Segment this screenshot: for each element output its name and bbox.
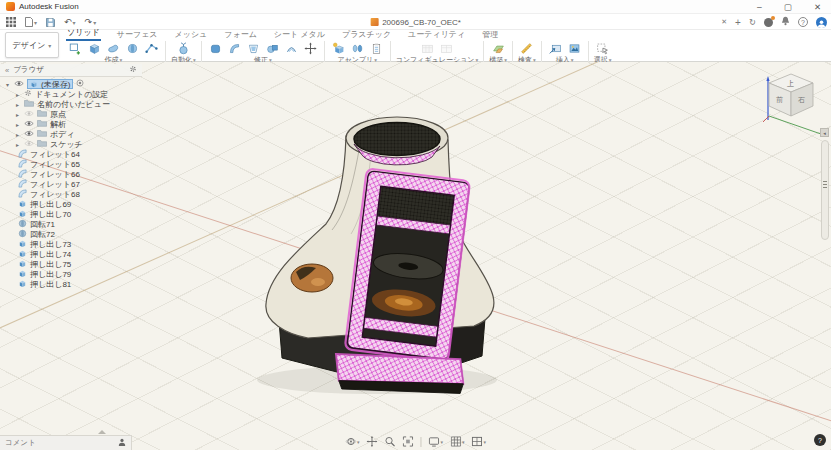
tab-sheetmetal[interactable]: シート メタル — [273, 29, 326, 41]
extensions-icon[interactable] — [764, 18, 773, 27]
fillet-icon[interactable] — [226, 41, 243, 55]
expander-icon[interactable]: ▸ — [14, 131, 21, 138]
expander-icon[interactable]: ▸ — [14, 91, 21, 98]
rigid-group-icon[interactable] — [368, 41, 385, 55]
viewports-icon[interactable]: ▾ — [472, 436, 487, 447]
file-menu-icon[interactable]: ▾ — [25, 17, 37, 27]
activate-component-radio-icon[interactable] — [76, 79, 84, 89]
tree-feature-extrude[interactable]: 押し出し74 — [0, 249, 142, 259]
expander-icon[interactable]: ▸ — [14, 141, 21, 148]
panel-collapse-handle[interactable]: ◂ — [820, 128, 829, 137]
tab-solid[interactable]: ソリッド — [66, 27, 101, 41]
comments-bar[interactable]: コメント — [0, 435, 132, 450]
new-component-icon[interactable] — [330, 41, 347, 55]
tab-mesh[interactable]: メッシュ — [174, 29, 209, 41]
visibility-eye-icon[interactable] — [14, 80, 24, 89]
tree-feature-fillet[interactable]: フィレット67 — [0, 179, 142, 189]
tree-item-analysis[interactable]: ▸ 解析 — [0, 119, 142, 129]
visibility-eye-icon[interactable] — [24, 110, 34, 119]
sweep-icon[interactable] — [105, 41, 122, 55]
tree-item-origin[interactable]: ▸ 原点 — [0, 109, 142, 119]
tree-feature-extrude[interactable]: 押し出し79 — [0, 269, 142, 279]
tree-feature-revolve[interactable]: 回転72 — [0, 229, 142, 239]
tree-item-bodies[interactable]: ▸ ボディ — [0, 129, 142, 139]
minimize-button[interactable]: – — [757, 2, 762, 12]
expander-icon[interactable]: ▸ — [14, 111, 21, 118]
data-panel-toggle-icon[interactable] — [6, 17, 16, 27]
assistant-help-icon[interactable]: ? — [814, 434, 826, 446]
tab-utilities[interactable]: ユーティリティ — [407, 29, 466, 41]
notifications-bell-icon[interactable] — [781, 16, 790, 28]
joint-icon[interactable] — [349, 41, 366, 55]
tree-feature-extrude[interactable]: 押し出し81 — [0, 279, 142, 289]
extrude-icon[interactable] — [86, 41, 103, 55]
fit-icon[interactable] — [402, 436, 413, 447]
revolve-icon[interactable] — [124, 41, 141, 55]
tab-manage[interactable]: 管理 — [481, 29, 499, 41]
root-document-label[interactable]: (未保存) — [27, 79, 73, 89]
expander-icon[interactable]: ▸ — [14, 101, 21, 108]
expander-icon[interactable]: ▸ — [14, 121, 21, 128]
tree-item-document-settings[interactable]: ▸ ドキュメントの設定 — [0, 89, 142, 99]
pipe-icon[interactable] — [143, 41, 160, 55]
shell-icon[interactable] — [245, 41, 262, 55]
document-tab[interactable]: 200696_CB-70_OEC* — [370, 14, 461, 30]
save-icon[interactable] — [46, 18, 55, 27]
visibility-eye-icon[interactable] — [24, 140, 34, 149]
zoom-icon[interactable] — [384, 436, 395, 447]
component-cube-icon — [30, 80, 38, 88]
tree-item-named-views[interactable]: ▸ 名前の付いたビュー — [0, 99, 142, 109]
tab-surface[interactable]: サーフェス — [116, 29, 159, 41]
close-tab-icon[interactable]: ✕ — [721, 18, 727, 26]
undo-icon[interactable]: ↶▾ — [64, 17, 76, 27]
tab-plastic[interactable]: プラスチック — [341, 29, 392, 41]
measure-icon[interactable] — [518, 41, 535, 55]
press-pull-icon[interactable] — [207, 41, 224, 55]
configuration-table-icon[interactable] — [438, 41, 455, 55]
tree-item-sketches[interactable]: ▸ スケッチ — [0, 139, 142, 149]
tree-feature-revolve[interactable]: 回転71 — [0, 219, 142, 229]
workspace-selector[interactable]: デザイン ▾ — [5, 32, 59, 58]
job-status-icon[interactable]: ↻ — [749, 17, 756, 27]
collapse-panel-icon[interactable]: « — [5, 66, 9, 75]
help-icon[interactable]: ? — [798, 17, 808, 27]
expander-icon[interactable]: ▾ — [4, 81, 11, 88]
redo-icon[interactable]: ↷▾ — [85, 17, 97, 27]
visibility-eye-icon[interactable] — [24, 120, 34, 129]
construction-plane-icon[interactable] — [490, 41, 507, 55]
tree-feature-extrude[interactable]: 押し出し73 — [0, 239, 142, 249]
insert-decal-icon[interactable] — [547, 41, 564, 55]
configure-icon[interactable] — [419, 41, 436, 55]
pan-icon[interactable] — [366, 436, 377, 447]
vertical-scrollbar[interactable] — [821, 140, 829, 240]
display-settings-icon[interactable]: ▾ — [428, 436, 443, 447]
browser-settings-gear-icon[interactable] — [129, 65, 137, 75]
tree-root-document[interactable]: ▾ (未保存) — [0, 79, 142, 89]
combine-icon[interactable] — [264, 41, 281, 55]
insert-canvas-icon[interactable] — [566, 41, 583, 55]
tab-form[interactable]: フォーム — [223, 29, 258, 41]
view-cube[interactable]: 上 前 右 — [763, 70, 823, 144]
tree-feature-fillet[interactable]: フィレット66 — [0, 169, 142, 179]
move-copy-icon[interactable] — [302, 41, 319, 55]
tree-feature-extrude[interactable]: 押し出し70 — [0, 209, 142, 219]
offset-face-icon[interactable] — [283, 41, 300, 55]
tree-feature-fillet[interactable]: フィレット68 — [0, 189, 142, 199]
automate-form-icon[interactable] — [175, 41, 192, 55]
tree-feature-extrude[interactable]: 押し出し75 — [0, 259, 142, 269]
3d-viewport[interactable]: « ブラウザ ▾ (未保存) ▸ ドキュメントの設定 — [0, 62, 831, 450]
tree-feature-fillet[interactable]: フィレット64 — [0, 149, 142, 159]
tree-feature-fillet[interactable]: フィレット65 — [0, 159, 142, 169]
create-sketch-icon[interactable] — [67, 41, 84, 55]
user-avatar[interactable] — [816, 17, 827, 28]
new-tab-icon[interactable]: + — [735, 17, 741, 28]
tree-feature-extrude[interactable]: 押し出し69 — [0, 199, 142, 209]
select-icon[interactable] — [594, 41, 611, 55]
close-button[interactable]: ✕ — [814, 2, 821, 12]
comments-expand-chevron-icon[interactable] — [98, 430, 106, 434]
orbit-icon[interactable]: ▾ — [345, 436, 360, 447]
visibility-eye-icon[interactable] — [24, 130, 34, 139]
maximize-button[interactable]: ▢ — [784, 2, 792, 12]
model-section-view[interactable] — [242, 100, 522, 400]
grid-settings-icon[interactable]: ▾ — [450, 436, 465, 447]
